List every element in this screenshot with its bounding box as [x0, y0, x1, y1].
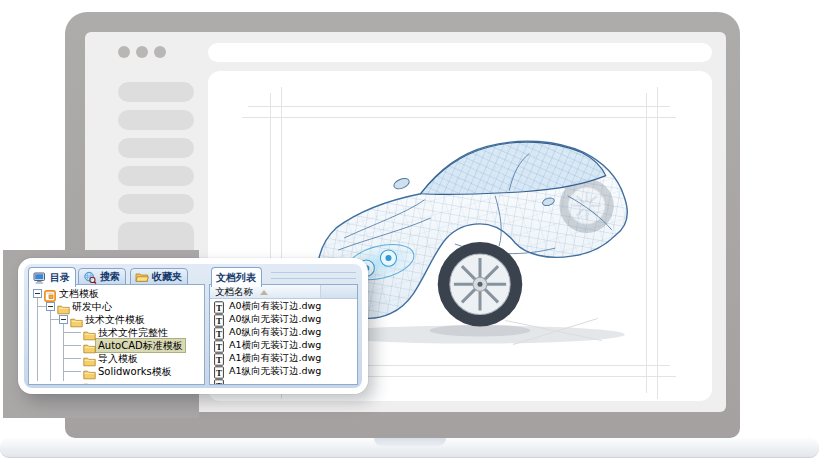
sort-ascending-icon: [260, 290, 268, 295]
folder-icon: [83, 339, 96, 351]
expand-toggle-icon[interactable]: [33, 289, 42, 298]
tab-strip-groove: [271, 278, 356, 279]
address-bar[interactable]: [208, 43, 712, 62]
tree-node-label: 导入模板: [96, 352, 140, 365]
folder-icon: [70, 313, 83, 325]
tab-directory[interactable]: 目录: [28, 267, 76, 287]
file-row[interactable]: TA0横向有装订边.dwg: [210, 299, 357, 312]
tree-tabbar: 目录 搜索 收藏夹: [28, 267, 205, 284]
column-header-label: 文档名称: [215, 286, 253, 297]
tree-node-label: 技术文件模板: [83, 313, 147, 326]
dwg-file-icon: T: [214, 377, 224, 385]
tree-node-label: AutoCAD标准模板: [96, 339, 185, 352]
dwg-file-icon: T: [214, 299, 224, 312]
window-control-dot[interactable]: [154, 46, 166, 58]
root-node-icon: [44, 287, 57, 299]
tab-label: 文档列表: [216, 271, 256, 285]
folder-tree: 文档模板研发中心技术文件模板技术文件完整性AutoCAD标准模板导入模板Soli…: [28, 284, 205, 385]
document-list: 文档名称 TA0横向有装订边.dwgTA0纵向无装订边.dwgTA0纵向有装订边…: [209, 284, 358, 385]
column-header-empty: [321, 285, 357, 299]
file-name: A1横向有装订边.dwg: [229, 351, 321, 364]
laptop-hinge-notch: [374, 438, 446, 446]
folder-icon: [57, 300, 70, 312]
document-zone: 文档列表 文档名称 TA0横向有装订边.dwgTA0纵向无装订边.dwgTA0纵…: [209, 267, 358, 385]
tree-node-label: Solidworks模板: [96, 365, 174, 378]
document-tabbar: 文档列表: [209, 267, 358, 284]
tab-strip-groove: [271, 272, 356, 273]
sidebar-placeholder-item[interactable]: [118, 82, 194, 102]
expand-toggle-icon[interactable]: [46, 302, 55, 311]
folder-icon: [83, 365, 96, 377]
tree-node[interactable]: 技术文件完整性: [30, 326, 204, 339]
sidebar-placeholder-item[interactable]: [118, 194, 194, 214]
favorites-folder-icon: [135, 271, 149, 284]
tab-label: 搜索: [100, 270, 120, 284]
sidebar-placeholder-item[interactable]: [118, 138, 194, 158]
tree-node-label: 研发中心: [70, 300, 114, 313]
dwg-file-icon: T: [214, 351, 224, 364]
drafting-guide-line: [657, 87, 658, 399]
file-name: A1纵向无装订边.dwg: [229, 364, 321, 377]
tab-label: 目录: [50, 271, 70, 285]
dwg-file-icon: T: [214, 364, 224, 377]
tab-search[interactable]: 搜索: [78, 268, 126, 285]
tree-node[interactable]: 研发中心: [30, 300, 204, 313]
column-header-name[interactable]: 文档名称: [210, 285, 321, 299]
tree-node[interactable]: 文档模板: [30, 287, 204, 300]
file-row[interactable]: TA1横向有装订边.dwg: [210, 351, 357, 364]
laptop-base: [0, 438, 819, 458]
search-globe-icon: [83, 271, 97, 284]
file-row[interactable]: TA1纵向无装订边.dwg: [210, 364, 357, 377]
tab-label: 收藏夹: [152, 270, 182, 284]
file-name: A0横向有装订边.dwg: [229, 299, 321, 312]
template-browser-panel: 目录 搜索 收藏夹 文: [18, 258, 368, 394]
dwg-file-icon: T: [214, 325, 224, 338]
file-name: A0纵向有装订边.dwg: [229, 325, 321, 338]
file-row[interactable]: TA1横向无装订边.dwg: [210, 338, 357, 351]
panel-inner: 目录 搜索 收藏夹 文: [27, 267, 359, 385]
window-control-dot[interactable]: [136, 46, 148, 58]
dwg-file-icon: T: [214, 312, 224, 325]
tree-zone: 目录 搜索 收藏夹 文: [28, 267, 205, 385]
drafting-guide-line: [248, 106, 670, 107]
folder-icon: [83, 326, 96, 338]
file-row-partial[interactable]: T: [210, 377, 357, 385]
expand-toggle-icon[interactable]: [59, 315, 68, 324]
file-name: A0纵向无装订边.dwg: [229, 312, 321, 325]
tree-node-partial[interactable]: [30, 378, 204, 385]
file-row[interactable]: TA0纵向有装订边.dwg: [210, 325, 357, 338]
dwg-file-icon: T: [214, 338, 224, 351]
computer-icon: [33, 272, 47, 285]
tree-node-label: 技术文件完整性: [96, 326, 170, 339]
tree-node[interactable]: 导入模板: [30, 352, 204, 365]
folder-icon: [83, 352, 96, 364]
tree-node[interactable]: AutoCAD标准模板: [30, 339, 204, 352]
file-row[interactable]: TA0纵向无装订边.dwg: [210, 312, 357, 325]
page: 目录 搜索 收藏夹 文: [0, 0, 819, 460]
tree-node-label: 文档模板: [57, 287, 101, 300]
file-name: A1横向无装订边.dwg: [229, 338, 321, 351]
drafting-guide-line: [242, 117, 676, 118]
folder-icon: [83, 378, 96, 385]
tab-document-list[interactable]: 文档列表: [211, 267, 262, 287]
window-control-dot[interactable]: [118, 46, 130, 58]
tree-node[interactable]: Solidworks模板: [30, 365, 204, 378]
sidebar-placeholder-item[interactable]: [118, 166, 194, 186]
sidebar-placeholder-item[interactable]: [118, 110, 194, 130]
svg-text:T: T: [216, 381, 222, 385]
tab-favorites[interactable]: 收藏夹: [130, 268, 188, 285]
